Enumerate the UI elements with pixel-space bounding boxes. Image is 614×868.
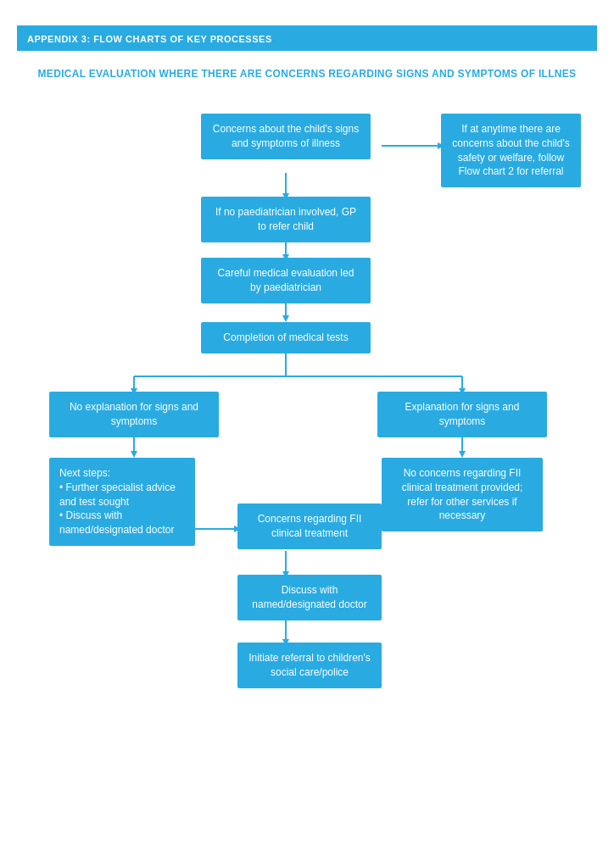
box-no-concerns-fii: No concerns regarding FII clinical treat… (382, 458, 543, 531)
box-discuss-doctor: Discuss with named/designated doctor (237, 575, 382, 620)
box-medical-tests: Completion of medical tests (201, 322, 371, 353)
box-safety-referral: If at anytime there are concerns about t… (441, 114, 581, 187)
svg-marker-5 (282, 315, 289, 322)
box-no-explanation: No explanation for signs and symptoms (49, 392, 219, 437)
box-initiate-referral: Initiate referral to children's social c… (237, 643, 382, 688)
box-concerns-fii: Concerns regarding FII clinical treatmen… (237, 504, 382, 549)
box-gp-refer: If no paediatrician involved, GP to refe… (201, 197, 371, 242)
box-medical-evaluation: Careful medical evaluation led by paedia… (201, 258, 371, 303)
appendix-header-bar: APPENDIX 3: FLOW CHARTS OF KEY PROCESSES (17, 25, 597, 51)
box-explanation: Explanation for signs and symptoms (377, 392, 547, 437)
box-next-steps: Next steps: • Further specialist advice … (49, 458, 195, 546)
svg-marker-21 (459, 451, 466, 458)
svg-marker-17 (131, 451, 137, 458)
page-title: MEDICAL EVALUATION WHERE THERE ARE CONCE… (17, 68, 597, 80)
appendix-label: APPENDIX 3: FLOW CHARTS OF KEY PROCESSES (27, 34, 272, 44)
box-concerns-signs: Concerns about the child's signs and sym… (201, 114, 371, 159)
flow-container: Concerns about the child's signs and sym… (0, 88, 614, 834)
